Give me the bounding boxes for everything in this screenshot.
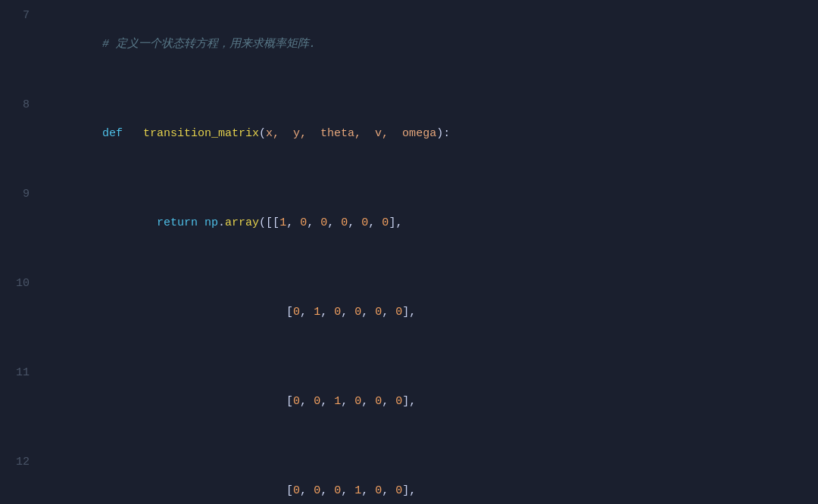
keyword-def-8: def xyxy=(102,127,123,140)
code-line-11: 11 [0, 0, 1, 0, 0, 0], xyxy=(0,357,818,446)
line-number-9: 9 xyxy=(0,180,42,209)
code-content-10: [0, 1, 0, 0, 0, 0], xyxy=(42,269,818,356)
code-content-8: def transition_matrix(x, y, theta, v, om… xyxy=(42,91,818,177)
paren-close-8: ): xyxy=(436,127,450,140)
code-line-9: 9 return np.array([[1, 0, 0, 0, 0, 0], xyxy=(0,179,818,268)
line-number-10: 10 xyxy=(0,269,42,298)
method-array-9: array xyxy=(225,216,259,229)
code-area: 7 # 定义一个状态转方程，用来求概率矩阵. 8 def transition_… xyxy=(0,0,818,504)
function-name-8: transition_matrix xyxy=(143,127,259,140)
line-number-8: 8 xyxy=(0,91,42,120)
line-number-7: 7 xyxy=(0,2,42,30)
code-content-11: [0, 0, 1, 0, 0, 0], xyxy=(42,359,818,445)
paren-8: ( xyxy=(259,127,266,140)
editor-container: 7 # 定义一个状态转方程，用来求概率矩阵. 8 def transition_… xyxy=(0,0,818,504)
code-content-12: [0, 0, 0, 1, 0, 0], xyxy=(42,448,818,504)
code-line-8: 8 def transition_matrix(x, y, theta, v, … xyxy=(0,89,818,179)
line-number-11: 11 xyxy=(0,359,42,387)
line-number-12: 12 xyxy=(0,448,42,477)
params-8: x, y, theta, v, omega xyxy=(266,127,436,140)
code-content-9: return np.array([[1, 0, 0, 0, 0, 0], xyxy=(42,180,818,266)
paren-9: ([[ xyxy=(259,216,279,229)
code-line-10: 10 [0, 1, 0, 0, 0, 0], xyxy=(0,268,818,357)
comment-7: # 定义一个状态转方程，用来求概率矩阵. xyxy=(102,38,316,51)
code-line-7: 7 # 定义一个状态转方程，用来求概率矩阵. xyxy=(0,0,818,89)
code-line-12: 12 [0, 0, 0, 1, 0, 0], xyxy=(0,446,818,504)
class-np-9: np xyxy=(204,216,218,229)
code-content-7: # 定义一个状态转方程，用来求概率矩阵. xyxy=(42,2,818,88)
keyword-return-9: return xyxy=(157,216,198,229)
